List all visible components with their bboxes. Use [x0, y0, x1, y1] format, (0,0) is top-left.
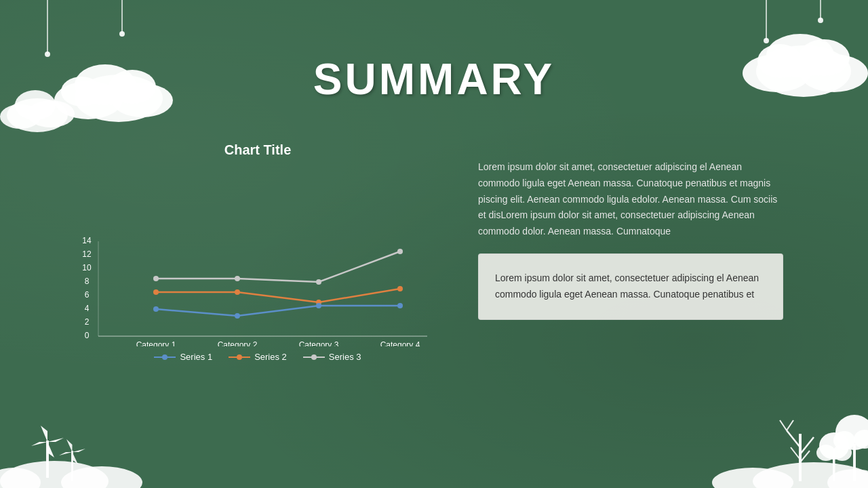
- svg-point-83: [162, 354, 167, 360]
- svg-point-23: [757, 44, 802, 78]
- chart-container: Chart Title 0 2 4 6 8 10 12 14 Category …: [68, 142, 448, 386]
- svg-line-46: [787, 420, 793, 430]
- svg-point-74: [153, 289, 159, 295]
- svg-line-41: [787, 430, 800, 447]
- svg-text:Category 2: Category 2: [218, 340, 258, 346]
- svg-marker-28: [41, 426, 47, 442]
- svg-point-8: [108, 70, 156, 104]
- text-panel: Lorem ipsum dolor sit amet, consectetuer…: [478, 159, 783, 320]
- svg-point-77: [397, 286, 403, 291]
- main-text: Lorem ipsum dolor sit amet, consectetuer…: [478, 159, 783, 240]
- svg-point-81: [397, 303, 403, 308]
- svg-text:Category 3: Category 3: [299, 340, 339, 346]
- text-box: Lorem ipsum dolor sit amet, consectetuer…: [478, 253, 783, 320]
- svg-text:14: 14: [82, 236, 92, 245]
- svg-text:12: 12: [82, 249, 92, 259]
- svg-marker-29: [47, 438, 64, 442]
- svg-text:8: 8: [85, 277, 90, 286]
- legend-series2: Series 2: [229, 352, 287, 362]
- svg-point-70: [153, 276, 159, 281]
- svg-point-13: [15, 90, 56, 120]
- svg-point-3: [119, 31, 125, 37]
- box-text: Lorem ipsum dolor sit amet, consectetuer…: [495, 270, 766, 303]
- svg-text:Category 1: Category 1: [136, 340, 176, 346]
- svg-text:0: 0: [85, 331, 90, 340]
- line-chart: 0 2 4 6 8 10 12 14 Category 1 Category 2…: [68, 163, 434, 346]
- nature-decoration-bottom-right: [698, 352, 868, 488]
- legend-series1: Series 1: [154, 352, 212, 362]
- cloud-decoration-top-right: [698, 0, 868, 108]
- svg-point-9: [61, 77, 102, 106]
- svg-text:10: 10: [82, 263, 92, 272]
- svg-marker-31: [31, 442, 47, 446]
- svg-point-1: [45, 52, 50, 57]
- svg-text:2: 2: [85, 317, 90, 327]
- svg-text:4: 4: [85, 304, 90, 313]
- svg-point-78: [153, 306, 159, 312]
- svg-point-85: [237, 354, 242, 360]
- svg-point-73: [397, 249, 403, 254]
- svg-line-42: [800, 437, 814, 454]
- svg-point-79: [235, 313, 240, 319]
- svg-point-53: [833, 431, 855, 450]
- svg-point-49: [816, 445, 835, 461]
- svg-line-45: [780, 420, 787, 430]
- cloud-decoration-top-left: [0, 0, 190, 136]
- legend-series3: Series 3: [303, 352, 361, 362]
- svg-text:Category 4: Category 4: [380, 340, 420, 346]
- svg-marker-34: [73, 449, 86, 452]
- chart-legend: Series 1 Series 2 Series 3: [68, 352, 448, 362]
- svg-point-22: [798, 39, 850, 76]
- svg-point-71: [235, 276, 240, 281]
- svg-point-75: [235, 289, 240, 295]
- svg-point-87: [311, 354, 317, 360]
- svg-point-17: [818, 18, 823, 23]
- svg-point-15: [764, 38, 769, 43]
- svg-marker-36: [59, 452, 73, 455]
- svg-marker-33: [66, 439, 73, 452]
- svg-point-80: [316, 303, 321, 308]
- svg-line-43: [791, 447, 800, 460]
- svg-text:6: 6: [85, 290, 90, 300]
- svg-point-72: [316, 279, 321, 285]
- chart-title: Chart Title: [68, 142, 448, 158]
